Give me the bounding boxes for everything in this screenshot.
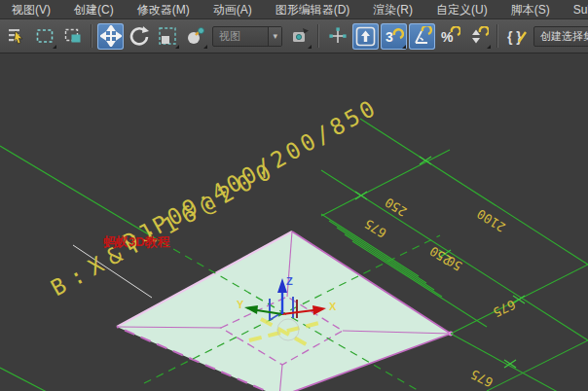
dropdown-arrow-icon: ▾ xyxy=(268,27,281,46)
percent-snap-button[interactable]: % xyxy=(437,23,463,50)
menu-animation[interactable]: 动画(A) xyxy=(202,1,264,18)
dimension-label: 250 xyxy=(383,195,410,219)
perspective-viewport[interactable]: X Y Z DJP09:400/200/850 B:X&Y:16@200 xyxy=(0,53,588,391)
selection-region-icon xyxy=(35,26,55,46)
menu-scripting[interactable]: 脚本(S) xyxy=(499,1,562,18)
spinner-snap-icon xyxy=(468,26,489,47)
snap-3d-glyph: 3 xyxy=(386,29,393,45)
3dsmax-window: 视图(V) 创建(C) 修改器(M) 动画(A) 图形编辑器(D) 渲染(R) … xyxy=(0,0,588,391)
menu-modifiers[interactable]: 修改器(M) xyxy=(126,1,202,18)
pile-cap-object[interactable] xyxy=(117,231,453,391)
toolbar-separator xyxy=(91,24,92,48)
toolbar-separator xyxy=(317,24,319,48)
keyboard-override-toggle-button[interactable] xyxy=(352,23,379,50)
snap-toggle-3d-button[interactable]: 3 xyxy=(381,23,407,50)
gizmo-x-label: X xyxy=(329,301,337,312)
named-selection-sets-icon: { } xyxy=(506,26,528,47)
gizmo-z-label: Z xyxy=(286,275,293,287)
rotate-icon xyxy=(129,25,150,47)
menu-views[interactable]: 视图(V) xyxy=(0,1,62,18)
window-crossing-toggle-button[interactable] xyxy=(59,23,86,50)
menu-rendering[interactable]: 渲染(R) xyxy=(361,1,424,18)
select-and-move-button[interactable] xyxy=(97,23,124,50)
select-and-place-button[interactable] xyxy=(182,23,208,50)
angle-snap-icon xyxy=(412,26,432,47)
main-toolbar: 视图 ▾ xyxy=(0,19,588,53)
rectangular-selection-region-button[interactable] xyxy=(31,23,57,50)
scale-icon xyxy=(158,26,177,46)
named-selection-sets-dropdown[interactable]: 创建选择集 ▾ xyxy=(533,26,588,47)
select-and-place-icon xyxy=(186,26,205,46)
use-pivot-center-icon xyxy=(290,26,310,46)
select-and-scale-button[interactable] xyxy=(154,23,180,50)
select-and-manipulate-button[interactable] xyxy=(324,23,350,50)
use-pivot-center-button[interactable] xyxy=(286,23,312,50)
toolbar-separator xyxy=(496,24,498,48)
menu-create[interactable]: 创建(C) xyxy=(62,1,126,18)
dimension-label: 675 xyxy=(362,216,389,240)
dimension-label: 675 xyxy=(468,367,496,390)
viewport-canvas: X Y Z DJP09:400/200/850 B:X&Y:16@200 xyxy=(0,53,588,391)
snap-3d-icon: 3 xyxy=(384,26,404,47)
edit-named-selection-sets-button[interactable]: { } xyxy=(503,23,530,50)
reference-coordinate-dropdown[interactable]: 视图 ▾ xyxy=(212,26,282,47)
dimension-label: 675 xyxy=(491,297,518,320)
selection-set-value: 创建选择集 xyxy=(534,29,588,44)
manipulate-icon xyxy=(328,26,348,46)
select-and-rotate-button[interactable] xyxy=(126,23,152,50)
menu-bar: 视图(V) 创建(C) 修改器(M) 动画(A) 图形编辑器(D) 渲染(R) … xyxy=(0,0,588,19)
watermark-text: 蚂蚁3D教程 xyxy=(102,234,171,249)
spinner-snap-button[interactable] xyxy=(465,23,492,50)
gizmo-y-label: Y xyxy=(237,299,244,310)
angle-snap-button[interactable] xyxy=(409,23,435,50)
move-icon xyxy=(100,25,122,47)
menu-substance[interactable]: Substance xyxy=(562,1,588,18)
select-by-name-icon xyxy=(7,26,26,46)
menu-customize[interactable]: 自定义(U) xyxy=(424,1,499,18)
select-by-name-button[interactable] xyxy=(3,23,29,50)
percent-snap-icon: % xyxy=(440,26,460,47)
reference-coordinate-value: 视图 xyxy=(213,29,268,44)
window-crossing-icon xyxy=(63,26,83,46)
menu-graph-editors[interactable]: 图形编辑器(D) xyxy=(264,1,362,18)
keyboard-override-icon xyxy=(355,26,376,47)
